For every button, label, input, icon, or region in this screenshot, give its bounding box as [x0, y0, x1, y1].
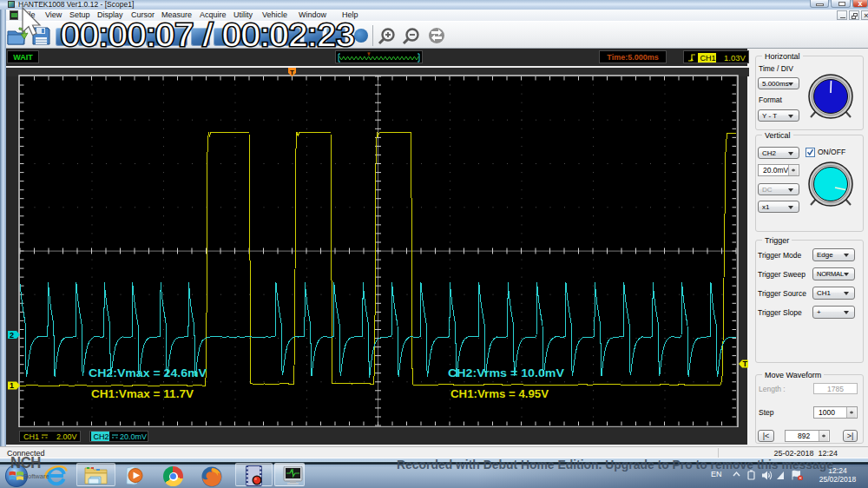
svg-text:CH2: CH2 [94, 432, 109, 441]
svg-text:2: 2 [10, 331, 14, 340]
svg-text:Recorded with Debut Home Editi: Recorded with Debut Home Edition. Upgrad… [397, 457, 833, 472]
svg-text:1: 1 [10, 381, 14, 390]
svg-text:CH1:Vmax = 11.7V: CH1:Vmax = 11.7V [91, 388, 194, 400]
svg-text:CH2:Vrms = 10.0mV: CH2:Vrms = 10.0mV [448, 367, 565, 379]
svg-text:00:00:07 / 00:02:23: 00:00:07 / 00:02:23 [61, 17, 355, 52]
svg-text:CH2:Vmax = 24.6mV: CH2:Vmax = 24.6mV [89, 367, 207, 379]
svg-text:T: T [743, 359, 748, 368]
svg-text:CH1: CH1 [23, 432, 39, 441]
svg-text:CH1:Vrms = 4.95V: CH1:Vrms = 4.95V [450, 388, 549, 400]
svg-text:20.0mV: 20.0mV [120, 432, 147, 441]
svg-text:T: T [290, 69, 294, 76]
svg-text:1.03V: 1.03V [724, 53, 746, 63]
svg-text:2.00V: 2.00V [56, 432, 77, 441]
svg-text:CH1: CH1 [700, 54, 716, 63]
